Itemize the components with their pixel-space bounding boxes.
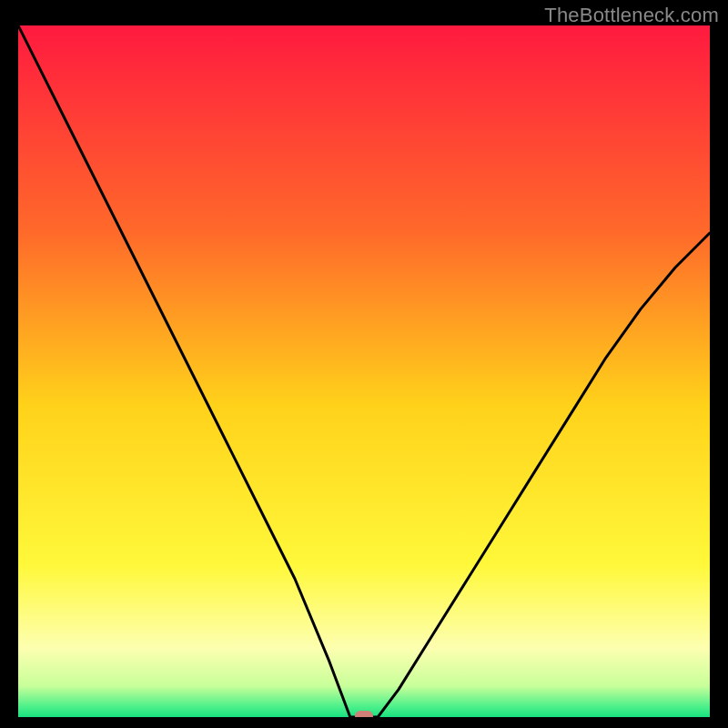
- chart-frame: TheBottleneck.com: [0, 0, 728, 728]
- gradient-background: [18, 25, 710, 717]
- plot-area: [18, 25, 710, 717]
- watermark-text: TheBottleneck.com: [544, 4, 719, 27]
- min-marker: [355, 711, 373, 717]
- chart-svg: [18, 25, 710, 717]
